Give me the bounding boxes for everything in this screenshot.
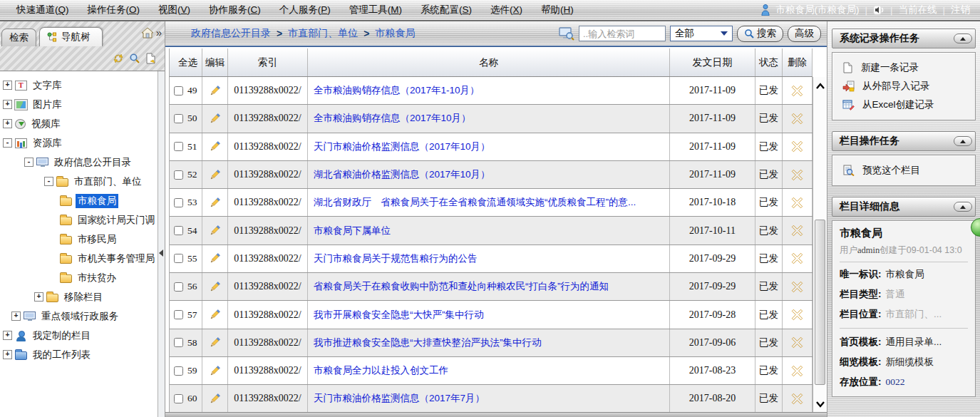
logout-link[interactable]: 注销: [951, 4, 970, 16]
menu-admin-tools[interactable]: 管理工具(M): [340, 4, 411, 16]
breadcrumb-grain-bureau[interactable]: 市粮食局: [375, 27, 415, 40]
preview-column-button[interactable]: 预览这个栏目: [837, 161, 971, 180]
record-title-link[interactable]: 我市推进粮食安全隐患“大排查快整治严执法”集中行动: [314, 336, 542, 349]
header-name[interactable]: 名称: [308, 48, 670, 76]
import-record-button[interactable]: 从外部导入记录: [837, 77, 971, 96]
tree-item-key-services[interactable]: +重点领域行政服务: [11, 307, 158, 326]
tree-item-text-library[interactable]: +文字库: [3, 76, 158, 95]
delete-icon[interactable]: [791, 309, 803, 321]
tree-item-poverty-relief-office[interactable]: 市扶贫办: [60, 268, 158, 287]
delete-icon[interactable]: [791, 169, 803, 181]
search-scope-icon[interactable]: [559, 26, 574, 41]
menu-help[interactable]: 帮助(H): [532, 4, 583, 16]
collapse-button[interactable]: [954, 136, 972, 146]
header-date[interactable]: 发文日期: [670, 48, 755, 76]
edit-icon[interactable]: [209, 140, 221, 153]
search-scope-select[interactable]: 全部: [670, 26, 733, 41]
header-status[interactable]: 状态: [755, 48, 783, 76]
expander-icon[interactable]: +: [3, 119, 12, 128]
advanced-search-button[interactable]: 高级: [788, 26, 821, 42]
row-checkbox[interactable]: [174, 86, 183, 96]
new-document-icon[interactable]: [145, 53, 156, 64]
row-checkbox[interactable]: [174, 226, 183, 235]
tree-item-video-library[interactable]: +视频库: [3, 114, 158, 133]
row-checkbox[interactable]: [174, 366, 183, 376]
sidebar-splitter[interactable]: [158, 71, 165, 417]
scroll-down-icon[interactable]: [815, 401, 825, 408]
expander-icon[interactable]: +: [3, 100, 12, 109]
record-title-link[interactable]: 省粮食局关于在粮食收购中防范和查处向种粮农民“打白条”行为的通知: [314, 280, 609, 293]
excel-create-button[interactable]: 从Excel创建记录: [837, 96, 971, 114]
scrollbar-thumb[interactable]: [815, 220, 825, 385]
expander-icon[interactable]: +: [34, 292, 43, 302]
record-title-link[interactable]: 全市粮油购销存信息（2017年10月）: [314, 112, 471, 125]
edit-icon[interactable]: [209, 113, 221, 125]
record-title-link[interactable]: 市粮食局下属单位: [314, 225, 391, 237]
sound-icon[interactable]: [873, 5, 884, 15]
tab-search[interactable]: 检索: [1, 29, 36, 46]
edit-icon[interactable]: [209, 225, 221, 237]
tree-item-immigration-bureau[interactable]: 市移民局: [60, 230, 158, 249]
refresh-icon[interactable]: [113, 53, 124, 64]
expander-icon[interactable]: -: [44, 177, 53, 186]
delete-icon[interactable]: [791, 252, 803, 264]
expand-chevrons-icon[interactable]: »: [156, 28, 162, 38]
row-checkbox[interactable]: [174, 338, 183, 347]
scroll-up-icon[interactable]: [815, 83, 825, 89]
delete-icon[interactable]: [791, 140, 803, 153]
expander-icon[interactable]: +: [3, 81, 12, 90]
tree-item-city-departments[interactable]: -市直部门、单位: [44, 172, 158, 191]
delete-icon[interactable]: [791, 336, 803, 349]
edit-icon[interactable]: [209, 365, 221, 377]
tree-item-my-columns[interactable]: +我定制的栏目: [3, 326, 158, 345]
expander-icon[interactable]: +: [3, 350, 12, 359]
delete-icon[interactable]: [791, 85, 803, 97]
row-checkbox[interactable]: [174, 114, 183, 123]
row-checkbox[interactable]: [174, 394, 183, 403]
row-checkbox[interactable]: [174, 198, 183, 207]
edit-icon[interactable]: [209, 252, 221, 264]
expander-icon[interactable]: -: [3, 138, 12, 148]
delete-icon[interactable]: [791, 393, 803, 405]
collapse-button[interactable]: [954, 34, 972, 43]
record-title-link[interactable]: 天门市粮油价格监测信息（2017年10月）: [314, 140, 490, 153]
tab-navigation-tree[interactable]: 导航树: [39, 27, 103, 46]
edit-icon[interactable]: [209, 393, 221, 405]
record-title-link[interactable]: 湖北省粮油价格监测信息（2017年10月）: [314, 168, 490, 181]
record-title-link[interactable]: 我市开展粮食安全隐患“大快严”集中行动: [314, 309, 484, 321]
edit-icon[interactable]: [209, 85, 221, 97]
tree-item-gov-info-catalog[interactable]: -政府信息公开目录: [24, 153, 158, 172]
edit-icon[interactable]: [209, 309, 221, 321]
row-checkbox[interactable]: [174, 254, 183, 263]
menu-options[interactable]: 选件(X): [481, 4, 532, 16]
row-checkbox[interactable]: [174, 310, 183, 319]
table-scrollbar[interactable]: [813, 77, 827, 412]
row-checkbox[interactable]: [174, 282, 183, 292]
collapse-left-icon[interactable]: [159, 249, 163, 257]
menu-personal[interactable]: 个人服务(P): [270, 4, 340, 16]
tree-item-removed-columns[interactable]: +移除栏目: [34, 287, 158, 307]
delete-icon[interactable]: [791, 113, 803, 125]
row-checkbox[interactable]: [174, 142, 183, 151]
menu-system-config[interactable]: 系统配置(S): [411, 4, 481, 16]
expander-icon[interactable]: -: [24, 158, 33, 167]
tree-item-image-library[interactable]: +图片库: [3, 95, 158, 114]
breadcrumb-city-departments[interactable]: 市直部门、单位: [288, 27, 358, 40]
edit-icon[interactable]: [209, 169, 221, 181]
delete-icon[interactable]: [791, 225, 803, 237]
tree-item-agency-affairs-bureau[interactable]: 市机关事务管理局: [60, 249, 158, 268]
search-input[interactable]: [579, 26, 666, 41]
menu-view[interactable]: 视图(V): [149, 4, 200, 16]
collapse-button[interactable]: [954, 202, 972, 212]
row-checkbox[interactable]: [174, 170, 183, 180]
edit-icon[interactable]: [209, 281, 221, 293]
header-select-all[interactable]: 全选: [170, 48, 202, 76]
edit-icon[interactable]: [209, 336, 221, 349]
expander-icon[interactable]: +: [3, 331, 12, 340]
menu-quick-channel[interactable]: 快速通道(Q): [7, 4, 78, 16]
search-icon[interactable]: [129, 53, 140, 64]
delete-icon[interactable]: [791, 197, 803, 209]
delete-icon[interactable]: [791, 281, 803, 293]
tree-item-stats-bureau[interactable]: 国家统计局天门调: [60, 210, 158, 230]
menu-collaboration[interactable]: 协作服务(C): [200, 4, 270, 16]
